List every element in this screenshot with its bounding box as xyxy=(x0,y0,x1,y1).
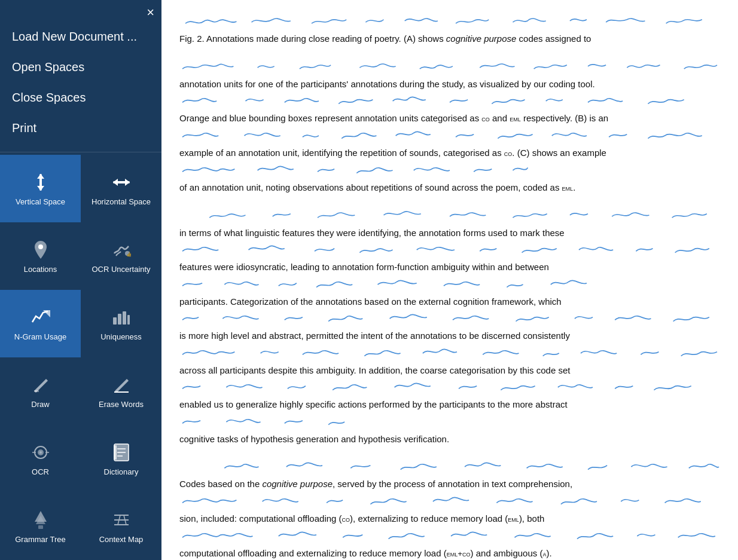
annotation-marks-9 xyxy=(179,309,720,328)
svg-rect-29 xyxy=(38,525,43,529)
doc-text-6: in terms of what linguistic features the… xyxy=(179,225,720,241)
horizontal-space-icon xyxy=(110,171,133,194)
svg-rect-14 xyxy=(34,390,39,392)
annotation-marks-15 xyxy=(179,527,720,546)
close-button[interactable]: × xyxy=(147,6,154,19)
ocr-uncertainty-icon: 👍 xyxy=(110,238,133,261)
paragraph-1: Fig. 2. Annotations made during close re… xyxy=(179,31,720,47)
draw-label: Draw xyxy=(31,400,49,409)
ocr-label: OCR xyxy=(32,467,49,476)
annotation-marks-4 xyxy=(179,126,720,145)
annotation-marks-6 xyxy=(179,206,720,225)
annotation-marks-1 xyxy=(179,12,720,31)
doc-text-11: enabled us to generalize highly specific… xyxy=(179,397,720,412)
annotation-marks-2 xyxy=(179,57,720,76)
svg-rect-13 xyxy=(127,315,130,325)
dictionary-label: Dictionary xyxy=(104,467,139,476)
close-spaces-button[interactable]: Close Spaces xyxy=(0,82,161,113)
sidebar-item-grammar-tree[interactable]: Grammar Tree xyxy=(0,492,81,560)
svg-point-18 xyxy=(39,451,42,454)
svg-text:👍: 👍 xyxy=(126,251,131,257)
grammar-tree-label: Grammar Tree xyxy=(15,535,66,544)
spacer-2 xyxy=(179,446,720,457)
dictionary-icon xyxy=(110,441,133,464)
annotation-marks-14 xyxy=(179,492,720,511)
sidebar-item-uniqueness[interactable]: Uniqueness xyxy=(81,290,161,357)
doc-text-2: annotation units for one of the particip… xyxy=(179,76,720,92)
locations-label: Locations xyxy=(24,265,57,274)
sidebar-item-dictionary[interactable]: Dictionary xyxy=(81,425,161,492)
annotation-marks-11 xyxy=(179,378,720,397)
doc-text-8: participants. Categorization of the anno… xyxy=(179,294,720,310)
locations-icon xyxy=(29,238,52,261)
sidebar-item-locations[interactable]: Locations xyxy=(0,222,81,290)
svg-marker-9 xyxy=(43,310,50,317)
annotation-marks-10 xyxy=(179,344,720,363)
ngram-usage-label: N-Gram Usage xyxy=(14,332,66,341)
doc-text-14: sion, included: computational offloading… xyxy=(179,511,720,527)
context-map-icon xyxy=(110,509,133,531)
annotation-marks-8 xyxy=(179,275,720,294)
sidebar-item-ngram-usage[interactable]: N-Gram Usage xyxy=(0,290,81,357)
print-button[interactable]: Print xyxy=(0,113,161,143)
doc-text-5: of an annotation unit, noting observatio… xyxy=(179,180,720,195)
svg-rect-12 xyxy=(123,311,126,325)
doc-text-13: Codes based on the cognitive purpose, se… xyxy=(179,476,720,492)
doc-text-15: computational offloading and externalizi… xyxy=(179,546,720,560)
menu-items: Load New Document ... Open Spaces Close … xyxy=(0,22,161,149)
annotation-marks-13 xyxy=(179,457,720,476)
grammar-tree-icon xyxy=(29,509,52,531)
svg-marker-5 xyxy=(125,179,130,186)
sidebar: × Load New Document ... Open Spaces Clos… xyxy=(0,0,161,560)
divider xyxy=(0,152,161,152)
ocr-icon xyxy=(29,441,52,464)
svg-rect-11 xyxy=(118,314,121,325)
erase-words-label: Erase Words xyxy=(99,400,144,409)
doc-text-4: example of an annotation unit, identifyi… xyxy=(179,145,720,161)
sidebar-item-draw[interactable]: Draw xyxy=(0,357,81,425)
doc-text-10: across all participants despite this amb… xyxy=(179,363,720,378)
vertical-space-label: Vertical Space xyxy=(16,197,65,206)
open-spaces-button[interactable]: Open Spaces xyxy=(0,52,161,82)
doc-text-9: is more high level and abstract, permitt… xyxy=(179,328,720,344)
load-new-document-button[interactable]: Load New Document ... xyxy=(0,22,161,52)
sidebar-item-ocr[interactable]: OCR xyxy=(0,425,81,492)
doc-text-1: Fig. 2. Annotations made during close re… xyxy=(179,31,720,47)
horizontal-space-label: Horizontal Space xyxy=(92,197,151,206)
sidebar-item-context-map[interactable]: Context Map xyxy=(81,492,161,560)
svg-rect-10 xyxy=(113,317,117,325)
doc-text-3: Orange and blue bounding boxes represent… xyxy=(179,111,720,126)
spacer-1 xyxy=(179,195,720,206)
sidebar-header: × xyxy=(0,0,161,22)
annotation-marks-3 xyxy=(179,91,720,111)
vertical-space-icon xyxy=(29,171,52,194)
ocr-uncertainty-label: OCR Uncertainty xyxy=(92,265,150,274)
erase-words-icon xyxy=(110,374,133,396)
svg-point-6 xyxy=(38,244,43,249)
svg-marker-4 xyxy=(113,179,118,186)
sidebar-item-ocr-uncertainty[interactable]: 👍 OCR Uncertainty xyxy=(81,222,161,290)
svg-rect-26 xyxy=(114,445,117,460)
sidebar-item-erase-words[interactable]: Erase Words xyxy=(81,357,161,425)
annotation-marks-7 xyxy=(179,240,720,259)
context-map-label: Context Map xyxy=(99,535,144,544)
sidebar-item-vertical-space[interactable]: Vertical Space xyxy=(0,155,81,222)
svg-marker-1 xyxy=(37,174,44,179)
doc-text-7: features were idiosyncratic, leading to … xyxy=(179,259,720,275)
uniqueness-icon xyxy=(110,306,133,329)
annotation-marks-12 xyxy=(179,412,720,432)
sidebar-item-horizontal-space[interactable]: Horizontal Space xyxy=(81,155,161,222)
svg-marker-2 xyxy=(37,186,44,191)
document-viewer: Fig. 2. Annotations made during close re… xyxy=(161,0,738,560)
annotation-marks-5 xyxy=(179,161,720,180)
doc-text-12: cognitive tasks of hypothesis generation… xyxy=(179,432,720,447)
uniqueness-label: Uniqueness xyxy=(100,332,142,341)
icon-grid: Vertical Space Horizontal Space Locatio xyxy=(0,155,161,560)
draw-icon xyxy=(29,374,52,396)
ngram-usage-icon xyxy=(29,306,52,329)
